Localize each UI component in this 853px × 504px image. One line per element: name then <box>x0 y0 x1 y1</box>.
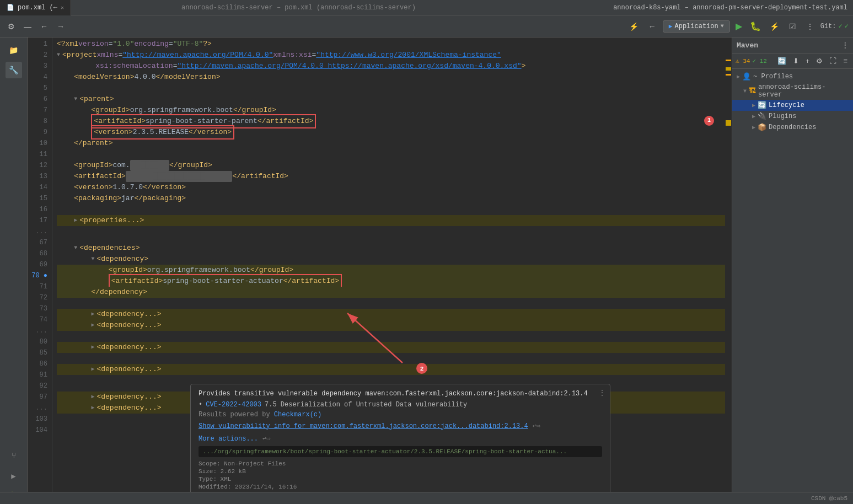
code-line-91 <box>57 353 725 364</box>
maven-expand-btn[interactable]: ⛶ <box>827 56 839 66</box>
more-run-button[interactable]: ⋮ <box>803 20 817 33</box>
maven-profiles-label: ~ Profiles <box>753 73 793 81</box>
tooltip-title: Provides transitive vulnerable dependenc… <box>199 390 602 398</box>
left-sidebar: 📁 🔧 ⑂ ▶ 🐛 <box>0 37 28 504</box>
cve-description: 7.5 Deserialization of Untrusted Data vu… <box>265 401 467 409</box>
main-layout: 📁 🔧 ⑂ ▶ 🐛 1 2 3 4 5 6 7 8 9 10 11 12 13 <box>0 37 853 504</box>
maven-plugins-label: Plugins <box>769 112 796 120</box>
maven-plugins-item[interactable]: ▶ 🔌 Plugins <box>732 111 853 122</box>
code-line-85 <box>57 331 725 342</box>
sidebar-git-icon[interactable]: ⑂ <box>6 448 22 464</box>
code-line-17: ▶<properties...> <box>57 215 725 226</box>
show-vuln-link[interactable]: Show vulnerability info for maven:com.fa… <box>199 422 528 430</box>
powered-by: Results powered by Checkmarx(c) <box>199 411 602 419</box>
maven-collapse-icon[interactable]: ⋮ <box>841 41 849 50</box>
code-line-2: ▼<project xmlns="http://maven.apache.org… <box>57 50 725 61</box>
code-line-73 <box>57 298 725 309</box>
toolbar-left-section: ⚙ — ← → <box>4 20 68 33</box>
tab-bar: 📄 pom.xml (← ✕ annoroad-scilims-server –… <box>0 0 416 15</box>
line-numbers: 1 2 3 4 5 6 7 8 9 10 11 12 13 14 15 16 1… <box>28 37 52 504</box>
maven-layout-btn[interactable]: ≡ <box>841 56 850 66</box>
code-line-68: ▼<dependencies> <box>57 243 725 254</box>
maven-download-btn[interactable]: ⬇ <box>791 56 801 66</box>
cve-link[interactable]: CVE-2022-42003 <box>206 401 261 409</box>
tab-close-icon[interactable]: ✕ <box>61 4 64 11</box>
minus-button[interactable]: — <box>20 20 35 33</box>
code-line-4: <modelVersion>4.0.0</modelVersion> <box>57 72 725 83</box>
maven-settings-btn[interactable]: ⚙ <box>814 56 825 66</box>
tooltip-more-icon[interactable]: ⋮ <box>599 389 605 397</box>
file-size: Size: 2.62 kB <box>199 468 602 475</box>
code-line-14: 💡 <version>1.0.7.0</version> <box>57 182 725 193</box>
code-line-13: <artifactId>████████████</artifactId> <box>57 171 725 182</box>
coverage-button[interactable]: ☑ <box>786 20 800 33</box>
code-line-10: </parent> <box>57 138 725 149</box>
debug-button[interactable]: 🐛 <box>748 20 763 33</box>
code-line-5 <box>57 83 725 94</box>
ok-count: ✓ 12 <box>752 57 766 65</box>
right-title: annoroad-k8s-yaml – annoroad-pm-server-d… <box>613 4 847 12</box>
maven-annoroad-item[interactable]: ▼ 🏗 annoroad-scilims-server <box>732 82 853 100</box>
file-scope: Scope: Non-Project Files <box>199 460 602 467</box>
code-line-16 <box>57 204 725 215</box>
more-actions-link[interactable]: More actions... <box>199 435 258 443</box>
code-editor: 1 2 3 4 5 6 7 8 9 10 11 12 13 14 15 16 1… <box>28 37 732 504</box>
git-label: Git: <box>820 23 836 30</box>
code-line-72: </dependency> <box>57 287 725 298</box>
sidebar-project-icon[interactable]: 📁 <box>6 42 22 58</box>
code-line-11 <box>57 149 725 160</box>
run-config-label: Application <box>674 23 718 30</box>
status-bar: CSDN @cab5 <box>0 492 853 504</box>
sidebar-terminal-icon[interactable]: ▶ <box>6 468 22 484</box>
maven-toolbar: ⚠ 34 ✓ 12 🔄 ⬇ + ⚙ ⛶ ≡ <box>732 53 853 69</box>
left-title: annoroad-scilims-server – pom.xml (annor… <box>71 4 416 12</box>
code-line-86: ▶<dependency...> <box>57 342 725 353</box>
file-path: .../org/springframework/boot/spring-boot… <box>199 446 602 457</box>
code-line-15: <packaging>jar</packaging> <box>57 193 725 204</box>
tab-pom-label: pom.xml (← <box>18 4 57 12</box>
back-button[interactable]: ← <box>37 20 51 33</box>
git-check1: ✓ <box>839 22 843 30</box>
code-line-12: <groupId>com.████</groupId> <box>57 160 725 171</box>
main-toolbar: ⚙ — ← → ⚡ ← ▶ Application ▼ ▶ 🐛 ⚡ ☑ ⋮ Gi… <box>0 15 853 37</box>
run-config-dropdown[interactable]: ▶ Application ▼ <box>663 20 730 33</box>
maven-dependencies-label: Dependencies <box>769 124 816 131</box>
maven-title: Maven <box>737 41 758 50</box>
status-right: CSDN @cab5 <box>811 495 847 502</box>
run-button[interactable]: ▶ <box>733 20 744 33</box>
maven-profiles-item[interactable]: ▶ 👤 ~ Profiles <box>732 71 853 82</box>
code-line-6: ▼<parent> <box>57 94 725 105</box>
checkmarx-link[interactable]: Checkmarx(c) <box>274 411 321 419</box>
title-bar: 📄 pom.xml (← ✕ annoroad-scilims-server –… <box>0 0 853 15</box>
tab-pom-xml[interactable]: 📄 pom.xml (← ✕ <box>0 0 71 15</box>
git-check2: ✓ <box>845 22 849 30</box>
tooltip-actions: Show vulnerability info for maven:com.fa… <box>199 422 602 443</box>
forward-button[interactable]: → <box>53 20 68 33</box>
toolbar-right-section: ⚡ ← ▶ Application ▼ ▶ 🐛 ⚡ ☑ ⋮ Git: ✓ ✓ <box>626 20 849 33</box>
maven-lifecycle-item[interactable]: ▶ 🔄 Lifecycle <box>732 100 853 111</box>
code-line-1: <?xml version="1.0" encoding="UTF-8"?> <box>57 39 725 50</box>
code-line-67 <box>57 232 725 243</box>
maven-tree: ▶ 👤 ~ Profiles ▼ 🏗 annoroad-scilims-serv… <box>732 69 853 504</box>
back-nav-button[interactable]: ← <box>645 20 659 33</box>
code-line-9: <version>2.3.5.RELEASE</version> <box>57 127 725 138</box>
code-line-ellipsis1 <box>57 226 725 232</box>
sidebar-structure-icon[interactable]: 🔧 <box>6 62 22 78</box>
maven-dependencies-item[interactable]: ▶ 📦 Dependencies <box>732 122 853 133</box>
code-line-71: <artifactId>spring-boot-starter-actuator… <box>57 276 725 287</box>
maven-refresh-btn[interactable]: 🔄 <box>775 56 788 66</box>
code-line-3: xsi:schemaLocation="http://maven.apache.… <box>57 61 725 72</box>
maven-panel-header: Maven ⋮ <box>732 37 853 53</box>
settings-button[interactable]: ⚙ <box>4 20 18 33</box>
file-modified: Modified: 2023/11/14, 16:16 <box>199 484 602 490</box>
maven-add-btn[interactable]: + <box>803 56 812 66</box>
vulnerability-tooltip: Provides transitive vulnerable dependenc… <box>190 384 610 504</box>
code-line-92: ▶<dependency...> <box>57 364 725 375</box>
mini-scrollbar[interactable] <box>725 37 732 504</box>
code-line-74: ▶<dependency...> <box>57 309 725 320</box>
git-status: Git: ✓ ✓ <box>820 22 849 30</box>
nav-button[interactable]: ⚡ <box>626 20 642 33</box>
profile-button[interactable]: ⚡ <box>766 20 782 33</box>
maven-panel: Maven ⋮ ⚠ 34 ✓ 12 🔄 ⬇ + ⚙ ⛶ ≡ ▶ 👤 ~ Prof… <box>732 37 853 504</box>
code-line-80: ▶<dependency...> <box>57 320 725 331</box>
